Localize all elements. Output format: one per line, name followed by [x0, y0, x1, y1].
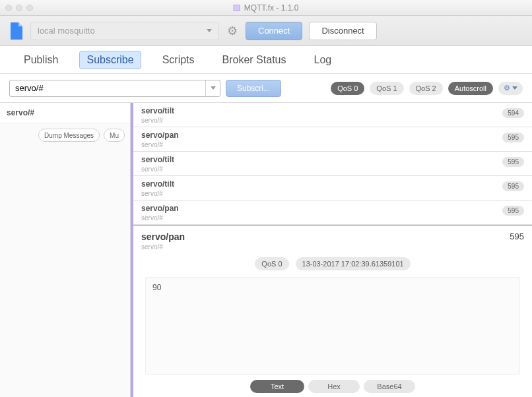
topic-input[interactable] — [10, 83, 205, 93]
message-list[interactable]: servo/tilt servo/# 594 servo/pan servo/#… — [133, 103, 532, 225]
detail-qos-pill: QoS 0 — [255, 257, 288, 270]
message-row[interactable]: servo/pan servo/# 595 — [133, 200, 532, 225]
message-row[interactable]: servo/pan servo/# 595 — [133, 127, 532, 152]
tab-log[interactable]: Log — [307, 51, 338, 69]
window-title-text: MQTT.fx - 1.1.0 — [244, 3, 299, 13]
tab-scripts[interactable]: Scripts — [156, 51, 201, 69]
autoscroll-pill[interactable]: Autoscroll — [448, 82, 493, 95]
message-count-badge: 594 — [502, 108, 524, 118]
message-source: servo/# — [141, 190, 524, 197]
connect-button[interactable]: Connect — [246, 22, 302, 40]
format-base64-button[interactable]: Base64 — [364, 380, 415, 393]
window-title: MQTT.fx - 1.1.0 — [234, 3, 299, 13]
dump-messages-button[interactable]: Dump Messages — [38, 129, 100, 142]
mute-button[interactable]: Mu — [104, 129, 125, 142]
message-count-badge: 595 — [502, 133, 524, 142]
message-topic: servo/pan — [141, 131, 524, 140]
format-hex-button[interactable]: Hex — [308, 380, 360, 393]
tab-publish[interactable]: Publish — [17, 51, 65, 69]
detail-timestamp-pill: 13-03-2017 17:02:39.61359101 — [296, 257, 411, 270]
main-area: servo/# Dump Messages Mu servo/tilt serv… — [0, 103, 532, 397]
message-count-badge: 595 — [502, 206, 524, 216]
message-row[interactable]: servo/tilt servo/# 595 — [133, 152, 532, 176]
subscription-item[interactable]: servo/# — [0, 103, 130, 123]
display-settings-button[interactable]: ⚙ — [498, 82, 523, 95]
detail-count-badge: 595 — [510, 231, 524, 241]
subscribe-button[interactable]: Subscri... — [226, 80, 281, 97]
chevron-down-icon — [211, 86, 216, 90]
app-icon — [234, 5, 240, 11]
zoom-dot[interactable] — [26, 5, 33, 11]
tab-broker-status[interactable]: Broker Status — [216, 51, 293, 69]
message-topic: servo/tilt — [141, 179, 524, 189]
message-source: servo/# — [141, 141, 524, 148]
connection-select[interactable]: local mosquitto — [30, 22, 219, 40]
main-tabs: Publish Subscribe Scripts Broker Status … — [0, 46, 532, 74]
message-topic: servo/tilt — [141, 155, 524, 164]
message-row[interactable]: servo/tilt servo/# 595 — [133, 176, 532, 200]
format-toggle: Text Hex Base64 — [141, 380, 524, 393]
window-titlebar: MQTT.fx - 1.1.0 — [0, 0, 532, 16]
message-source: servo/# — [141, 117, 524, 124]
message-source: servo/# — [141, 214, 524, 222]
disconnect-button[interactable]: Disconnect — [309, 22, 376, 40]
message-source: servo/# — [141, 166, 524, 173]
message-row[interactable]: servo/tilt servo/# 594 — [133, 103, 532, 127]
qos1-pill[interactable]: QoS 1 — [370, 82, 403, 95]
messages-panel: servo/tilt servo/# 594 servo/pan servo/#… — [131, 103, 532, 397]
detail-source: servo/# — [141, 243, 185, 251]
message-detail: servo/pan servo/# 595 QoS 0 13-03-2017 1… — [133, 225, 532, 397]
message-topic: servo/pan — [141, 204, 524, 213]
profile-icon[interactable] — [9, 22, 24, 40]
gear-icon[interactable]: ⚙ — [226, 24, 239, 38]
subscriptions-panel: servo/# Dump Messages Mu — [0, 103, 131, 397]
message-topic: servo/tilt — [141, 106, 524, 115]
message-count-badge: 595 — [502, 157, 524, 167]
qos0-pill[interactable]: QoS 0 — [331, 82, 364, 95]
payload-view[interactable]: 90 — [145, 277, 520, 375]
message-count-badge: 595 — [502, 181, 524, 191]
connection-select-value: local mosquitto — [38, 26, 95, 36]
close-dot[interactable] — [5, 5, 12, 11]
topic-input-wrapper — [9, 80, 220, 97]
topic-dropdown-button[interactable] — [205, 80, 220, 96]
format-text-button[interactable]: Text — [250, 380, 304, 393]
connection-toolbar: local mosquitto ⚙ Connect Disconnect — [0, 16, 532, 46]
qos2-pill[interactable]: QoS 2 — [409, 82, 443, 95]
traffic-lights — [5, 5, 33, 11]
detail-topic: servo/pan — [141, 231, 185, 242]
chevron-down-icon — [207, 29, 212, 32]
chevron-down-icon — [512, 86, 517, 90]
subscribe-bar: Subscri... QoS 0 QoS 1 QoS 2 Autoscroll … — [0, 74, 532, 103]
gears-icon: ⚙ — [504, 84, 510, 92]
minimize-dot[interactable] — [16, 5, 22, 11]
tab-subscribe[interactable]: Subscribe — [79, 51, 141, 69]
